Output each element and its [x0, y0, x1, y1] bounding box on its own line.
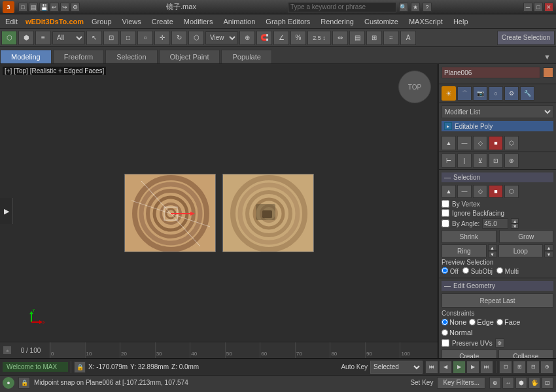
redo-btn[interactable]: ↪	[60, 3, 69, 12]
new-btn[interactable]: □	[18, 3, 27, 12]
tb-percent-snap[interactable]: %	[290, 31, 306, 45]
icon-r3[interactable]: ⬢	[515, 377, 527, 389]
by-angle-input[interactable]	[482, 218, 508, 229]
timeline-ruler[interactable]: 0 10 20 30 40 50	[50, 342, 435, 358]
viewport-nav-arrow[interactable]: ▶	[0, 198, 13, 224]
face-radio[interactable]	[496, 319, 503, 325]
create-selection-btn[interactable]: Create Selection	[497, 31, 555, 45]
tab-freeform[interactable]: Freeform	[53, 50, 105, 63]
tb-layer[interactable]: ⊞	[366, 31, 382, 45]
ring-btn[interactable]: Ring	[442, 244, 487, 257]
tab-modeling[interactable]: Modeling	[0, 50, 52, 63]
prev-frame-start[interactable]: ⏮	[425, 361, 438, 374]
sel-border-btn[interactable]: ◇	[473, 185, 487, 198]
preserve-uvs-checkbox[interactable]	[442, 339, 449, 347]
subobj-element[interactable]: ⬡	[504, 136, 519, 150]
tb-align[interactable]: ▤	[349, 31, 365, 45]
tb-mirror[interactable]: ⇔	[332, 31, 348, 45]
create-btn[interactable]: Create	[442, 350, 497, 358]
lock-icon[interactable]: 🔒	[74, 361, 86, 373]
icon-r1[interactable]: ⊕	[489, 377, 501, 389]
tb-select-mode[interactable]: ↖	[86, 31, 102, 45]
collapse-btn[interactable]: Collapse	[498, 350, 554, 358]
edit-geo-collapse-icon[interactable]: —	[444, 282, 451, 289]
save-btn[interactable]: 💾	[39, 3, 48, 12]
close-btn[interactable]: ✕	[544, 3, 553, 12]
edit-clone-icon[interactable]: ⊡	[489, 154, 503, 168]
normal-radio[interactable]	[442, 329, 448, 336]
open-btn[interactable]: ▤	[29, 3, 38, 12]
menu-customize[interactable]: Customize	[359, 14, 404, 29]
loop-spinner[interactable]: ▲ ▼	[544, 244, 553, 257]
tb-scale-icon[interactable]: ⬡	[188, 31, 204, 45]
tab-extra-icon[interactable]: ▼	[538, 50, 556, 63]
edit-lock-icon[interactable]: |	[457, 154, 472, 168]
menu-help[interactable]: Help	[448, 14, 474, 29]
tab-populate[interactable]: Populate	[221, 50, 271, 63]
preserve-uvs-settings[interactable]: ⚙	[495, 338, 504, 348]
globe-icon[interactable]: ○	[489, 86, 503, 101]
subobj-border[interactable]: ◇	[473, 136, 487, 150]
tb-snap-toggle[interactable]: 🧲	[256, 31, 272, 45]
timeline-key-btn[interactable]: ⬦	[3, 346, 12, 355]
prev-frame[interactable]: ◀	[439, 361, 452, 374]
multi-radio[interactable]	[496, 267, 503, 274]
view-select[interactable]: View	[205, 31, 238, 44]
obj-name-input[interactable]	[442, 67, 540, 78]
sel-vertex-btn[interactable]: ▲	[442, 185, 456, 198]
nav-cube[interactable]: TOP	[398, 71, 431, 103]
filter-select[interactable]: All	[52, 31, 85, 44]
tb-angle-snap[interactable]: ∠	[273, 31, 289, 45]
tb4[interactable]: ⊕	[540, 361, 553, 374]
key-filters-btn[interactable]: Key Filters...	[437, 377, 485, 389]
menu-views[interactable]: Views	[117, 14, 147, 29]
modifier-item-epoly[interactable]: ▸ Editable Poly	[442, 121, 553, 131]
by-angle-spinner[interactable]: ▲ ▼	[511, 218, 519, 229]
by-angle-checkbox[interactable]	[442, 220, 449, 227]
curve-icon[interactable]: ⌒	[457, 86, 472, 101]
tb-ribbon[interactable]: ≈	[383, 31, 399, 45]
wrench-icon[interactable]: 🔧	[520, 86, 534, 101]
sel-element-btn[interactable]: ⬡	[504, 185, 519, 198]
loop-up[interactable]: ▲	[544, 244, 553, 251]
settings-icon[interactable]: ⚙	[504, 86, 519, 101]
sel-polygon-btn[interactable]: ■	[489, 185, 503, 198]
tb3[interactable]: ⊟	[527, 361, 540, 374]
search-icon[interactable]: 🔍	[399, 3, 408, 12]
ring-up[interactable]: ▲	[488, 244, 497, 251]
key-select[interactable]: Selected	[370, 361, 423, 374]
undo-btn[interactable]: ↩	[50, 3, 59, 12]
menu-animation[interactable]: Animation	[218, 14, 260, 29]
tb-select3-icon[interactable]: ≡	[35, 31, 51, 45]
by-angle-up[interactable]: ▲	[511, 218, 519, 223]
modifier-list-dropdown[interactable]: Modifier List	[442, 105, 553, 118]
ignore-backfacing-checkbox[interactable]	[442, 209, 449, 217]
tb-text[interactable]: A	[400, 31, 416, 45]
tb-move-icon[interactable]: ✛	[154, 31, 170, 45]
menu-modifiers[interactable]: Modifiers	[179, 14, 218, 29]
tb-select2-icon[interactable]: ⬢	[18, 31, 34, 45]
play-btn[interactable]: ▶	[453, 361, 466, 374]
menu-graph-editors[interactable]: Graph Editors	[260, 14, 315, 29]
next-frame[interactable]: ▶	[466, 361, 479, 374]
tab-selection[interactable]: Selection	[105, 50, 157, 63]
tb-rect-select[interactable]: □	[120, 31, 136, 45]
selection-collapse-icon[interactable]: —	[444, 174, 451, 181]
minimize-btn[interactable]: ─	[523, 3, 532, 12]
repeat-last-btn[interactable]: Repeat Last	[442, 293, 553, 308]
edit-more-icon[interactable]: ⊕	[504, 154, 519, 168]
subobj-edge[interactable]: —	[457, 136, 472, 150]
help-icon[interactable]: ?	[423, 3, 432, 12]
tb-circle-select[interactable]: ○	[137, 31, 153, 45]
subobj-vertex[interactable]: ▲	[442, 136, 456, 150]
ring-spinner[interactable]: ▲ ▼	[488, 244, 497, 257]
tb-pivot[interactable]: ⊕	[239, 31, 255, 45]
menu-group[interactable]: Group	[86, 14, 117, 29]
star-icon[interactable]: ★	[411, 3, 420, 12]
by-vertex-checkbox[interactable]	[442, 200, 449, 208]
tb2[interactable]: ⊞	[513, 361, 526, 374]
tb-select-icon[interactable]: ⬡	[1, 31, 17, 45]
sun-icon[interactable]: ☀	[442, 86, 456, 101]
search-input[interactable]	[288, 2, 396, 12]
edit-weld-icon[interactable]: ⊻	[473, 154, 487, 168]
